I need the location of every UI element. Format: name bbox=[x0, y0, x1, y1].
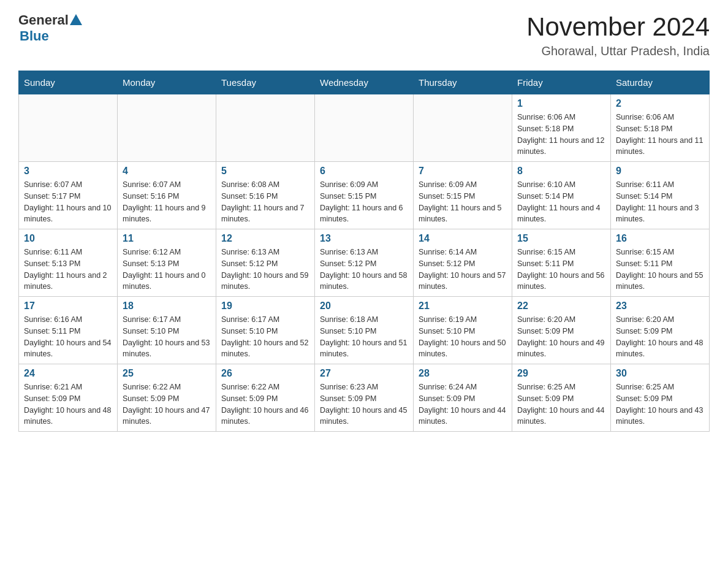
calendar-cell: 16Sunrise: 6:15 AM Sunset: 5:11 PM Dayli… bbox=[611, 229, 710, 297]
day-number: 16 bbox=[616, 233, 704, 244]
day-number: 27 bbox=[320, 368, 408, 379]
day-number: 21 bbox=[419, 301, 507, 312]
calendar-title: November 2024 bbox=[526, 12, 710, 42]
day-info: Sunrise: 6:13 AM Sunset: 5:12 PM Dayligh… bbox=[221, 247, 309, 293]
calendar-cell: 8Sunrise: 6:10 AM Sunset: 5:14 PM Daylig… bbox=[512, 162, 611, 229]
day-info: Sunrise: 6:12 AM Sunset: 5:13 PM Dayligh… bbox=[123, 247, 211, 293]
day-number: 7 bbox=[419, 166, 507, 177]
week-row-3: 10Sunrise: 6:11 AM Sunset: 5:13 PM Dayli… bbox=[19, 229, 710, 297]
calendar-cell: 11Sunrise: 6:12 AM Sunset: 5:13 PM Dayli… bbox=[118, 229, 216, 297]
day-info: Sunrise: 6:21 AM Sunset: 5:09 PM Dayligh… bbox=[24, 381, 112, 427]
day-info: Sunrise: 6:24 AM Sunset: 5:09 PM Dayligh… bbox=[419, 381, 507, 427]
calendar-cell bbox=[216, 94, 315, 162]
day-number: 3 bbox=[24, 166, 112, 177]
calendar-cell: 9Sunrise: 6:11 AM Sunset: 5:14 PM Daylig… bbox=[611, 162, 710, 229]
calendar-cell: 15Sunrise: 6:15 AM Sunset: 5:11 PM Dayli… bbox=[512, 229, 611, 297]
day-number: 11 bbox=[123, 233, 211, 244]
day-info: Sunrise: 6:17 AM Sunset: 5:10 PM Dayligh… bbox=[123, 314, 211, 360]
calendar-cell: 22Sunrise: 6:20 AM Sunset: 5:09 PM Dayli… bbox=[512, 297, 611, 364]
week-row-4: 17Sunrise: 6:16 AM Sunset: 5:11 PM Dayli… bbox=[19, 297, 710, 364]
day-info: Sunrise: 6:19 AM Sunset: 5:10 PM Dayligh… bbox=[419, 314, 507, 360]
day-info: Sunrise: 6:11 AM Sunset: 5:14 PM Dayligh… bbox=[616, 179, 704, 225]
calendar-cell bbox=[19, 94, 118, 162]
calendar-cell: 24Sunrise: 6:21 AM Sunset: 5:09 PM Dayli… bbox=[19, 364, 118, 432]
calendar-cell: 12Sunrise: 6:13 AM Sunset: 5:12 PM Dayli… bbox=[216, 229, 315, 297]
location-subtitle: Ghorawal, Uttar Pradesh, India bbox=[526, 44, 710, 58]
day-number: 4 bbox=[123, 166, 211, 177]
day-number: 18 bbox=[123, 301, 211, 312]
title-section: November 2024 Ghorawal, Uttar Pradesh, I… bbox=[526, 12, 710, 58]
day-info: Sunrise: 6:06 AM Sunset: 5:18 PM Dayligh… bbox=[517, 112, 605, 158]
day-info: Sunrise: 6:08 AM Sunset: 5:16 PM Dayligh… bbox=[221, 179, 309, 225]
calendar-cell bbox=[315, 94, 414, 162]
day-number: 25 bbox=[123, 368, 211, 379]
weekday-header-tuesday: Tuesday bbox=[216, 71, 315, 94]
day-number: 26 bbox=[221, 368, 309, 379]
day-info: Sunrise: 6:15 AM Sunset: 5:11 PM Dayligh… bbox=[616, 247, 704, 293]
calendar-cell: 28Sunrise: 6:24 AM Sunset: 5:09 PM Dayli… bbox=[414, 364, 512, 432]
day-number: 17 bbox=[24, 301, 112, 312]
logo-general-text: General bbox=[18, 12, 69, 28]
calendar-cell: 5Sunrise: 6:08 AM Sunset: 5:16 PM Daylig… bbox=[216, 162, 315, 229]
weekday-header-sunday: Sunday bbox=[19, 71, 118, 94]
day-info: Sunrise: 6:15 AM Sunset: 5:11 PM Dayligh… bbox=[517, 247, 605, 293]
calendar-cell: 7Sunrise: 6:09 AM Sunset: 5:15 PM Daylig… bbox=[414, 162, 512, 229]
day-number: 19 bbox=[221, 301, 309, 312]
day-info: Sunrise: 6:07 AM Sunset: 5:16 PM Dayligh… bbox=[123, 179, 211, 225]
day-number: 9 bbox=[616, 166, 704, 177]
day-number: 5 bbox=[221, 166, 309, 177]
day-number: 23 bbox=[616, 301, 704, 312]
calendar-cell: 6Sunrise: 6:09 AM Sunset: 5:15 PM Daylig… bbox=[315, 162, 414, 229]
day-info: Sunrise: 6:20 AM Sunset: 5:09 PM Dayligh… bbox=[517, 314, 605, 360]
logo-triangle-icon bbox=[70, 14, 82, 25]
calendar-cell bbox=[118, 94, 216, 162]
calendar-cell: 4Sunrise: 6:07 AM Sunset: 5:16 PM Daylig… bbox=[118, 162, 216, 229]
weekday-header-wednesday: Wednesday bbox=[315, 71, 414, 94]
day-info: Sunrise: 6:22 AM Sunset: 5:09 PM Dayligh… bbox=[123, 381, 211, 427]
calendar-cell bbox=[414, 94, 512, 162]
weekday-header-thursday: Thursday bbox=[414, 71, 512, 94]
day-info: Sunrise: 6:22 AM Sunset: 5:09 PM Dayligh… bbox=[221, 381, 309, 427]
day-info: Sunrise: 6:13 AM Sunset: 5:12 PM Dayligh… bbox=[320, 247, 408, 293]
weekday-header-row: SundayMondayTuesdayWednesdayThursdayFrid… bbox=[19, 71, 710, 94]
day-info: Sunrise: 6:11 AM Sunset: 5:13 PM Dayligh… bbox=[24, 247, 112, 293]
calendar-cell: 23Sunrise: 6:20 AM Sunset: 5:09 PM Dayli… bbox=[611, 297, 710, 364]
week-row-2: 3Sunrise: 6:07 AM Sunset: 5:17 PM Daylig… bbox=[19, 162, 710, 229]
calendar-cell: 19Sunrise: 6:17 AM Sunset: 5:10 PM Dayli… bbox=[216, 297, 315, 364]
calendar-cell: 18Sunrise: 6:17 AM Sunset: 5:10 PM Dayli… bbox=[118, 297, 216, 364]
weekday-header-saturday: Saturday bbox=[611, 71, 710, 94]
calendar-table: SundayMondayTuesdayWednesdayThursdayFrid… bbox=[18, 71, 710, 432]
calendar-cell: 20Sunrise: 6:18 AM Sunset: 5:10 PM Dayli… bbox=[315, 297, 414, 364]
day-info: Sunrise: 6:18 AM Sunset: 5:10 PM Dayligh… bbox=[320, 314, 408, 360]
day-number: 8 bbox=[517, 166, 605, 177]
calendar-cell: 2Sunrise: 6:06 AM Sunset: 5:18 PM Daylig… bbox=[611, 94, 710, 162]
day-number: 12 bbox=[221, 233, 309, 244]
day-number: 24 bbox=[24, 368, 112, 379]
day-info: Sunrise: 6:23 AM Sunset: 5:09 PM Dayligh… bbox=[320, 381, 408, 427]
calendar-cell: 25Sunrise: 6:22 AM Sunset: 5:09 PM Dayli… bbox=[118, 364, 216, 432]
day-number: 28 bbox=[419, 368, 507, 379]
day-number: 10 bbox=[24, 233, 112, 244]
day-info: Sunrise: 6:09 AM Sunset: 5:15 PM Dayligh… bbox=[320, 179, 408, 225]
day-number: 6 bbox=[320, 166, 408, 177]
page-header: General Blue November 2024 Ghorawal, Utt… bbox=[18, 12, 710, 58]
day-info: Sunrise: 6:20 AM Sunset: 5:09 PM Dayligh… bbox=[616, 314, 704, 360]
day-info: Sunrise: 6:25 AM Sunset: 5:09 PM Dayligh… bbox=[517, 381, 605, 427]
logo-blue-text: Blue bbox=[20, 28, 49, 44]
day-number: 15 bbox=[517, 233, 605, 244]
day-number: 29 bbox=[517, 368, 605, 379]
calendar-cell: 10Sunrise: 6:11 AM Sunset: 5:13 PM Dayli… bbox=[19, 229, 118, 297]
day-info: Sunrise: 6:06 AM Sunset: 5:18 PM Dayligh… bbox=[616, 112, 704, 158]
day-info: Sunrise: 6:07 AM Sunset: 5:17 PM Dayligh… bbox=[24, 179, 112, 225]
calendar-cell: 29Sunrise: 6:25 AM Sunset: 5:09 PM Dayli… bbox=[512, 364, 611, 432]
day-number: 22 bbox=[517, 301, 605, 312]
day-info: Sunrise: 6:16 AM Sunset: 5:11 PM Dayligh… bbox=[24, 314, 112, 360]
day-number: 30 bbox=[616, 368, 704, 379]
week-row-5: 24Sunrise: 6:21 AM Sunset: 5:09 PM Dayli… bbox=[19, 364, 710, 432]
day-info: Sunrise: 6:17 AM Sunset: 5:10 PM Dayligh… bbox=[221, 314, 309, 360]
day-number: 14 bbox=[419, 233, 507, 244]
day-info: Sunrise: 6:25 AM Sunset: 5:09 PM Dayligh… bbox=[616, 381, 704, 427]
calendar-cell: 1Sunrise: 6:06 AM Sunset: 5:18 PM Daylig… bbox=[512, 94, 611, 162]
calendar-cell: 27Sunrise: 6:23 AM Sunset: 5:09 PM Dayli… bbox=[315, 364, 414, 432]
calendar-cell: 17Sunrise: 6:16 AM Sunset: 5:11 PM Dayli… bbox=[19, 297, 118, 364]
